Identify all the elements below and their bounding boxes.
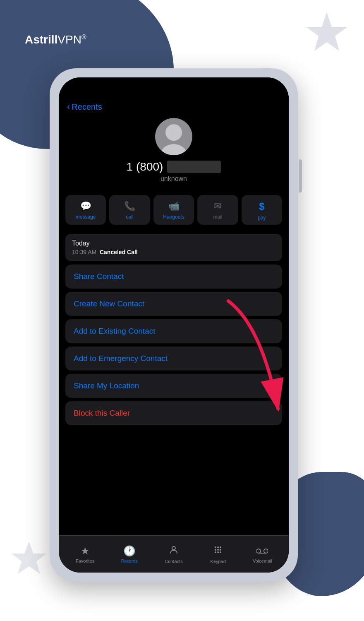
- status-bar: [59, 77, 289, 98]
- tab-recents[interactable]: 🕐 Recents: [107, 545, 151, 563]
- voicemail-label: Voicemail: [253, 558, 272, 563]
- svg-point-5: [215, 546, 216, 548]
- phone-number: 1 (800): [127, 160, 221, 173]
- hangouts-icon: 📹: [168, 201, 180, 212]
- svg-point-6: [217, 546, 219, 548]
- call-time: 10:39 AM: [72, 249, 96, 255]
- phone-frame: ‹ Recents 1 (800) unknown 💬 message: [50, 68, 298, 582]
- star-decoration-top-right: [302, 8, 352, 58]
- tab-voicemail[interactable]: Voicemail: [240, 545, 285, 563]
- keypad-icon: [213, 545, 223, 557]
- back-chevron-icon: ‹: [67, 101, 70, 112]
- call-detail: 10:39 AM Canceled Call: [72, 249, 275, 255]
- add-emergency-contact-item[interactable]: Add to Emergency Contact: [65, 347, 282, 371]
- nav-back[interactable]: ‹ Recents: [59, 98, 289, 114]
- logo-product: VPN: [57, 33, 81, 46]
- message-icon: 💬: [80, 201, 91, 212]
- svg-marker-1: [12, 542, 46, 574]
- mail-icon: ✉: [214, 201, 221, 212]
- svg-point-13: [220, 551, 221, 553]
- svg-point-8: [215, 549, 216, 551]
- message-label: message: [76, 214, 96, 220]
- tab-keypad[interactable]: Keypad: [196, 545, 240, 564]
- add-emergency-contact-label: Add to Emergency Contact: [74, 354, 168, 363]
- call-label: call: [126, 214, 134, 220]
- back-label[interactable]: Recents: [72, 102, 102, 112]
- hangouts-label: Hangouts: [163, 214, 184, 220]
- contact-area: 1 (800) unknown: [59, 114, 289, 189]
- svg-point-3: [161, 144, 186, 155]
- tab-bar: ★ Favorites 🕐 Recents Contacts: [59, 535, 289, 573]
- message-button[interactable]: 💬 message: [65, 195, 106, 225]
- pay-button[interactable]: $ pay: [242, 195, 282, 225]
- favorites-icon: ★: [81, 545, 90, 557]
- contacts-icon: [169, 545, 179, 557]
- svg-point-7: [220, 546, 221, 548]
- contact-type-label: unknown: [160, 175, 187, 183]
- share-location-item[interactable]: Share My Location: [65, 374, 282, 398]
- pay-icon: $: [259, 201, 264, 212]
- call-type: Canceled Call: [100, 249, 138, 255]
- keypad-label: Keypad: [211, 559, 226, 564]
- svg-point-2: [165, 124, 182, 141]
- menu-section: Share Contact Create New Contact Add to …: [59, 265, 289, 425]
- avatar: [155, 118, 192, 155]
- recents-label: Recents: [121, 558, 138, 563]
- tab-contacts[interactable]: Contacts: [151, 545, 196, 564]
- astrill-vpn-logo: AstrillVPN®: [25, 33, 86, 46]
- svg-point-14: [256, 549, 261, 553]
- call-icon: 📞: [124, 201, 135, 212]
- logo-brand: Astrill: [25, 33, 57, 46]
- block-caller-label: Block this Caller: [74, 409, 130, 417]
- share-contact-label: Share Contact: [74, 272, 124, 281]
- tab-favorites[interactable]: ★ Favorites: [63, 545, 107, 563]
- share-location-label: Share My Location: [74, 381, 139, 390]
- block-caller-item[interactable]: Block this Caller: [65, 401, 282, 425]
- svg-point-9: [217, 549, 219, 551]
- create-new-contact-label: Create New Contact: [74, 299, 144, 308]
- call-button[interactable]: 📞 call: [109, 195, 150, 225]
- recents-icon: 🕐: [123, 545, 136, 557]
- phone-number-blurred: [167, 161, 221, 173]
- star-decoration-bottom-left: [8, 538, 50, 580]
- svg-point-12: [217, 551, 219, 553]
- action-buttons-row: 💬 message 📞 call 📹 Hangouts ✉ mail $ pay: [59, 189, 289, 231]
- favorites-label: Favorites: [76, 558, 94, 563]
- call-info-section: Today 10:39 AM Canceled Call: [65, 234, 282, 261]
- voicemail-icon: [256, 545, 268, 557]
- svg-marker-0: [306, 12, 347, 51]
- svg-point-15: [264, 549, 268, 553]
- contacts-label: Contacts: [165, 559, 182, 564]
- phone-screen: ‹ Recents 1 (800) unknown 💬 message: [59, 77, 289, 573]
- svg-point-10: [220, 549, 221, 551]
- call-date: Today: [72, 240, 275, 247]
- hangouts-button[interactable]: 📹 Hangouts: [153, 195, 194, 225]
- mail-label: mail: [213, 214, 222, 220]
- mail-button[interactable]: ✉ mail: [197, 195, 238, 225]
- logo-registered: ®: [81, 34, 86, 41]
- create-new-contact-item[interactable]: Create New Contact: [65, 292, 282, 316]
- add-existing-contact-item[interactable]: Add to Existing Contact: [65, 319, 282, 343]
- pay-label: pay: [258, 215, 266, 221]
- svg-point-11: [215, 551, 216, 553]
- share-contact-item[interactable]: Share Contact: [65, 265, 282, 289]
- svg-point-4: [172, 546, 175, 550]
- add-existing-contact-label: Add to Existing Contact: [74, 327, 156, 335]
